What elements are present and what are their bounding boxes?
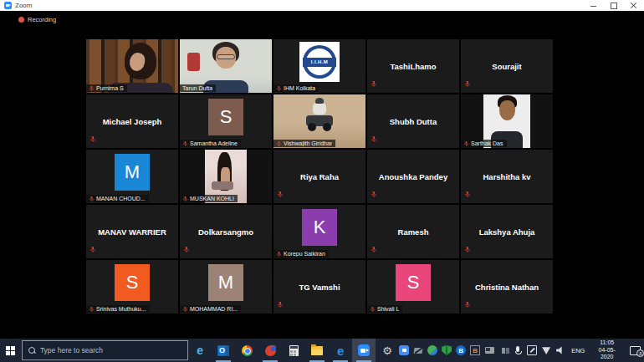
participant-tile-mohammad-ri[interactable]: MMOHAMMAD RI... [180, 260, 272, 314]
paint-3d-icon[interactable] [258, 339, 282, 362]
avatar: M [115, 154, 150, 191]
recording-dot-icon [18, 17, 24, 23]
internet-explorer-icon[interactable]: e [188, 339, 212, 362]
participant-tile-sourajit[interactable]: Sourajit [461, 39, 553, 93]
participant-tile-riya-raha[interactable]: Riya Raha [273, 150, 365, 203]
dual-monitor-icon[interactable] [484, 345, 494, 355]
name-label: MOHAMMAD RI... [180, 305, 241, 313]
participant-tile-purnima-s[interactable]: Purnima S [86, 39, 178, 93]
participant-name: Christina Nathan [461, 260, 553, 314]
display-off-icon[interactable] [413, 345, 423, 355]
participant-tile-srinivas-muthuku[interactable]: SSrinivas Muthuku... [86, 260, 178, 314]
participant-tile-tarun-dutta[interactable]: Tarun Dutta [180, 39, 272, 93]
zoom-window: Zoom Recording Purnima STarun DuttaI.I.H… [0, 0, 644, 362]
file-explorer-icon[interactable] [305, 339, 329, 362]
name-label: MUSKAN KOHLI [180, 195, 238, 202]
participant-tile-shivali-l[interactable]: SShivali L [367, 260, 459, 314]
participant-tile-ihm-kolkata[interactable]: I.I.H.MIHM Kolkata [273, 39, 365, 93]
mic-muted-icon [371, 135, 377, 142]
close-button[interactable] [624, 0, 644, 11]
mic-muted-icon [464, 246, 471, 252]
participant-tile-ramesh[interactable]: Ramesh [367, 205, 459, 258]
edge-icon[interactable]: e [329, 339, 352, 362]
shield-green-icon[interactable] [442, 345, 452, 355]
mic-muted-icon [89, 306, 95, 312]
zoom-app-icon [4, 2, 12, 9]
window-controls [584, 0, 644, 11]
participant-tile-vishwajith-giridhar[interactable]: Vishwajith Giridhar [273, 94, 365, 148]
microphone-icon[interactable] [513, 345, 523, 355]
mic-muted-icon [371, 80, 377, 87]
participant-tile-tg-vamshi[interactable]: TG Vamshi [273, 260, 365, 314]
name-label: Tarun Dutta [180, 84, 216, 92]
participant-name: Ramesh [367, 205, 459, 258]
participant-tile-lakshya-ahuja[interactable]: Lakshya Ahuja [461, 205, 553, 258]
recording-indicator: Recording [18, 16, 56, 23]
mic-muted-icon [276, 85, 282, 91]
windows-logo-icon [6, 346, 15, 355]
mic-muted-icon [89, 196, 95, 201]
mic-muted-icon [277, 191, 284, 197]
participant-tile-harshitha-kv[interactable]: Harshitha kv [461, 150, 553, 203]
participant-tile-dolkarsangmo[interactable]: Dolkarsangmo [180, 205, 272, 258]
name-label: IHM Kolkata [273, 84, 319, 92]
mic-muted-icon [182, 196, 188, 201]
participant-name: Vishwajith Giridhar [284, 140, 332, 146]
name-label: Samantha Adeline [180, 140, 241, 147]
avatar: S [396, 264, 431, 301]
outlook-icon[interactable] [212, 339, 235, 362]
minimize-button[interactable] [584, 0, 604, 11]
name-label: MANAN CHOUD... [86, 195, 149, 202]
iihm-logo-icon: I.I.H.M [299, 42, 340, 82]
small-gray-icon[interactable] [498, 345, 509, 355]
taskbar-search[interactable] [22, 340, 188, 360]
window-titlebar: Zoom [0, 0, 644, 11]
participant-tile-manan-choud[interactable]: MMANAN CHOUD... [86, 150, 178, 203]
participant-tile-tashilhamo[interactable]: TashiLhamo [367, 39, 459, 93]
avatar: M [208, 264, 243, 301]
participant-name: Harshitha kv [461, 150, 553, 203]
clock[interactable]: 11:05 04-05-2020 [590, 339, 623, 361]
taskbar-apps: e e ⚙ [188, 339, 399, 362]
participant-tile-sarthak-das[interactable]: Sarthak Das [461, 94, 553, 148]
maximize-button[interactable] [604, 0, 624, 11]
mic-muted-icon [276, 251, 282, 257]
sync-green-icon[interactable] [427, 345, 437, 355]
recording-label: Recording [28, 16, 56, 23]
search-icon [28, 347, 35, 354]
wifi-icon[interactable] [541, 345, 551, 355]
clock-time: 11:05 [592, 339, 621, 347]
meeting-stage: Recording Purnima STarun DuttaI.I.H.MIHM… [0, 11, 644, 339]
participant-tile-manav-warrier[interactable]: MANAV WARRIER [86, 205, 178, 258]
mic-muted-icon [371, 191, 377, 197]
mic-muted-icon [370, 306, 376, 312]
mic-muted-icon [89, 85, 95, 91]
language-indicator[interactable]: ENG [570, 347, 586, 354]
volume-icon[interactable] [555, 345, 565, 355]
zoom-taskbar-icon[interactable] [352, 339, 376, 362]
pen-input-icon[interactable] [527, 345, 537, 355]
participant-name: Samantha Adeline [190, 140, 238, 146]
settings-gear-icon[interactable]: ⚙ [376, 339, 399, 362]
name-label: Sarthak Das [461, 140, 507, 147]
start-button[interactable] [0, 339, 22, 362]
mic-muted-icon [464, 301, 471, 308]
action-center-icon[interactable]: 3 [629, 345, 641, 355]
b-square-icon[interactable] [470, 345, 480, 355]
participant-tile-shubh-dutta[interactable]: Shubh Dutta [367, 94, 459, 148]
participant-tile-michael-joseph[interactable]: Michael Joseph [86, 94, 178, 148]
search-input[interactable] [40, 346, 181, 354]
participant-tile-samantha-adeline[interactable]: SSamantha Adeline [180, 94, 272, 148]
zoom-tray-icon[interactable] [399, 345, 409, 355]
participant-tile-muskan-kohli[interactable]: MUSKAN KOHLI [180, 150, 272, 203]
avatar: S [208, 99, 243, 135]
bluetooth-icon[interactable] [456, 345, 466, 355]
participant-name: Dolkarsangmo [180, 205, 272, 258]
mic-muted-icon [464, 191, 471, 197]
calculator-icon[interactable] [282, 339, 305, 362]
participant-name: Anoushka Pandey [367, 150, 459, 203]
participant-tile-christina-nathan[interactable]: Christina Nathan [461, 260, 553, 314]
participant-tile-anoushka-pandey[interactable]: Anoushka Pandey [367, 150, 459, 203]
chrome-icon[interactable] [235, 339, 258, 362]
participant-tile-korepu-saikiran[interactable]: KKorepu Saikiran [273, 205, 365, 258]
